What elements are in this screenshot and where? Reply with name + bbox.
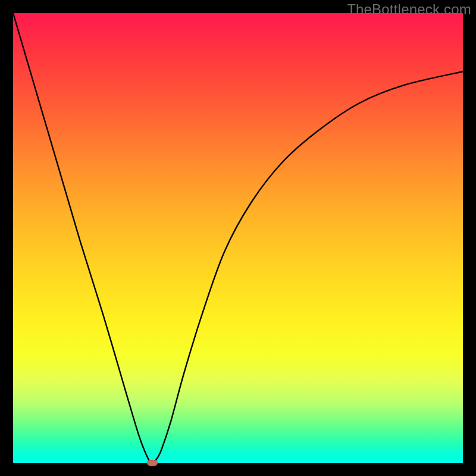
bottleneck-marker <box>147 460 158 466</box>
watermark-text: TheBottleneck.com <box>347 1 471 18</box>
plot-area <box>13 13 463 463</box>
curve-layer <box>13 13 463 463</box>
chart-frame: TheBottleneck.com <box>0 0 476 476</box>
bottleneck-curve-path <box>13 13 463 463</box>
